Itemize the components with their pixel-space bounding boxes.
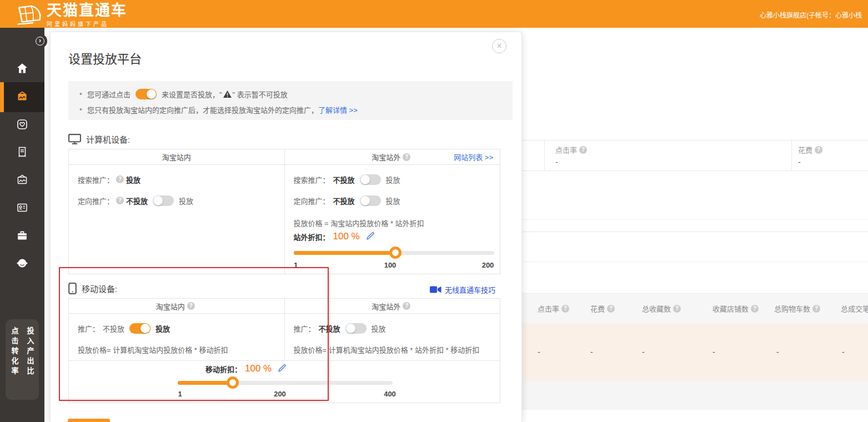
edit-pencil-icon[interactable] <box>367 232 374 242</box>
sidebar-item-community[interactable] <box>0 252 44 276</box>
sidebar-item-campaign[interactable] <box>0 85 44 109</box>
chevron-right-icon: › <box>36 37 44 46</box>
example-toggle <box>136 89 157 99</box>
help-icon: ? <box>116 197 124 204</box>
mobile-discount-line: 移动折扣： 100 % <box>205 363 286 374</box>
sidebar-item-contacts[interactable] <box>0 196 44 220</box>
bg-col-cost: 花费? <box>590 303 617 314</box>
mobile-outside-price-formula: 投放价格= 计算机淘宝站内投放价格 * 站外折扣 * 移动折扣 <box>294 344 491 355</box>
edit-pencil-icon[interactable] <box>278 364 286 374</box>
learn-more-link[interactable]: 了解详情 >> <box>318 104 358 115</box>
mobile-outside-promo-toggle[interactable] <box>345 323 367 334</box>
bullet-icon: • <box>79 89 82 98</box>
warning-triangle-icon <box>223 91 232 98</box>
outside-discount-slider: 1 100 200 <box>294 251 494 277</box>
app-logo[interactable]: 天猫直通车 阿里妈妈旗下产品 <box>17 2 127 28</box>
mobile-outside-cell: 推广： 不投放 投放 投放价格= 计算机淘宝站内投放价格 * 站外折扣 * 移动… <box>285 314 500 360</box>
modal-title: 设置投放平台 <box>68 49 142 67</box>
mobile-inside-promo-row: 推广： 不投放 投放 <box>78 321 275 335</box>
slider-min-label: 1 <box>178 390 182 398</box>
mobile-discount-value: 100 % <box>245 363 272 374</box>
sidebar-collapse-button[interactable]: › <box>33 34 47 48</box>
sidebar-item-home[interactable] <box>0 57 44 81</box>
wireless-tips-link[interactable]: 无线直通车技巧 <box>430 284 495 295</box>
pc-inside-search-row: 搜索推广： ? 投放 <box>78 173 275 186</box>
help-icon: ? <box>812 305 820 313</box>
bg-table-header: 点击率? 花费? 总收藏数? 收藏店铺数? 总购物车数? 总成交笔 <box>522 293 868 323</box>
bg-hline-1 <box>522 219 868 220</box>
mobile-discount-slider: 1 200 400 <box>178 381 393 403</box>
computer-outside-cell: 搜索推广： 不投放 投放 定向推广： 不投放 投放 投放价格 = 淘宝站内投放价… <box>285 165 500 274</box>
picture-frame-icon <box>16 173 29 188</box>
sidebar-metrics-panel[interactable]: 点击转化率 投入产出比 <box>6 319 39 400</box>
site-list-link[interactable]: 网站列表 >> <box>454 152 493 162</box>
help-icon: ? <box>673 305 681 313</box>
sidebar-nav: 点击转化率 投入产出比 <box>0 28 44 422</box>
bg-col-clickrate: 点击率? <box>538 303 571 314</box>
sidebar-item-report[interactable] <box>0 140 44 165</box>
outside-discount-slider-track[interactable] <box>294 251 494 255</box>
bg-table-row-highlight: - - - - - - <box>522 323 868 381</box>
bg-table-row-empty <box>522 381 868 410</box>
pc-outside-target-toggle[interactable] <box>360 195 381 206</box>
sidebar-item-tools[interactable] <box>0 224 44 248</box>
pc-inside-target-toggle[interactable] <box>153 195 174 206</box>
video-camera-icon <box>430 286 441 293</box>
slider-max-label: 400 <box>384 390 396 398</box>
computer-inside-cell: 搜索推广： ? 投放 定向推广： ? 不投放 投放 <box>69 165 285 274</box>
tip-line-2: • 您只有投放淘宝站内的定向推广后，才能选择投放淘宝站外的定向推广， 了解详情 … <box>79 103 501 116</box>
mobile-outside-promo-row: 推广： 不投放 投放 <box>294 321 491 335</box>
bg-cell: - <box>842 348 845 356</box>
computer-section-title: 计算机设备: <box>68 133 130 145</box>
slider-mid-label: 100 <box>384 261 397 269</box>
train-logo-icon <box>17 3 42 27</box>
home-icon <box>16 62 29 77</box>
bg-col-carts: 总购物车数? <box>774 303 822 314</box>
confirm-button[interactable] <box>68 419 110 422</box>
receipt-icon <box>16 145 29 160</box>
mobile-discount-row: 移动折扣： 100 % 1 200 400 <box>69 361 500 403</box>
mobile-discount-slider-handle[interactable] <box>227 376 239 389</box>
computer-platform-table: 淘宝站内 淘宝站外? 网站列表 >> 搜索推广： ? 投放 定向推广： ? 不投… <box>68 149 500 274</box>
monitor-icon <box>68 134 81 144</box>
slider-mid-label: 200 <box>274 390 286 398</box>
bg-hline-2 <box>522 232 868 232</box>
pc-outside-search-toggle[interactable] <box>360 174 381 185</box>
help-icon: ? <box>607 305 615 313</box>
account-name[interactable]: 心雅小栈旗舰店(子帐号：心雅小栈 <box>760 10 868 19</box>
help-icon: ? <box>116 175 124 183</box>
logo-title: 天猫直通车 <box>47 2 127 19</box>
bg-col-favs: 总收藏数? <box>642 303 683 314</box>
bg-col-shopfavs: 收藏店铺数? <box>713 303 761 314</box>
close-icon[interactable]: × <box>492 39 506 53</box>
sidebar-item-favorites[interactable] <box>0 113 44 137</box>
bg-stat-cost-value: - <box>798 158 801 167</box>
heart-icon <box>16 118 29 133</box>
mobile-outside-header: 淘宝站外? <box>285 299 500 313</box>
metric-click-conversion: 点击转化率 <box>9 327 20 400</box>
slider-max-label: 200 <box>482 261 494 269</box>
outside-discount-slider-handle[interactable] <box>389 247 402 259</box>
bg-hline-3 <box>522 262 868 262</box>
metric-roi: 投入产出比 <box>25 327 36 400</box>
help-icon: ? <box>187 302 195 310</box>
logo-subtitle: 阿里妈妈旗下产品 <box>47 19 127 28</box>
bg-vline-2 <box>791 140 792 170</box>
bg-divider-bottom <box>522 170 868 171</box>
bg-stat-ctr-value: - <box>555 158 558 167</box>
mobile-section-title: 移动设备: <box>68 283 117 294</box>
mobile-inside-promo-toggle[interactable] <box>129 323 150 334</box>
tip-box: • 您可通过点击 来设置是否投放，" " 表示暂不可投放 • 您只有投放淘宝站内… <box>68 81 513 120</box>
help-icon: ? <box>751 305 759 313</box>
pc-outside-search-row: 搜索推广： 不投放 投放 <box>294 173 491 186</box>
sidebar-item-creative[interactable] <box>0 168 44 193</box>
tip-line-1: • 您可通过点击 来设置是否投放，" " 表示暂不可投放 <box>79 87 501 101</box>
mobile-discount-slider-track[interactable] <box>178 381 393 385</box>
bg-stat-cost-label: 花费? <box>798 144 825 155</box>
bg-cell: - <box>713 348 715 356</box>
pc-inside-target-row: 定向推广： ? 不投放 投放 <box>78 194 275 207</box>
briefcase-icon <box>16 229 29 244</box>
computer-inside-header: 淘宝站内 <box>69 149 285 164</box>
help-icon: ? <box>403 153 410 161</box>
id-card-icon <box>16 201 29 216</box>
